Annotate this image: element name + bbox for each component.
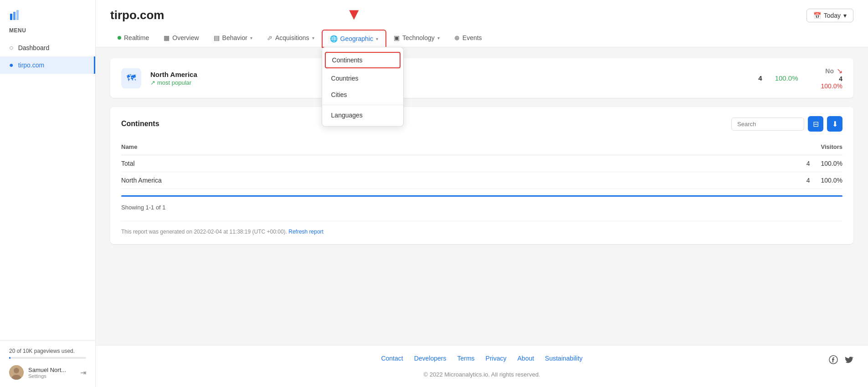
filter-button[interactable]: ⊟ [808,116,823,132]
main: tirpo.com 📅 Today ▾ Realtime ▦ Overview … [96,0,868,387]
report-header: Continents ⊟ ⬇ [121,116,842,132]
footer: Contact Developers Terms Privacy About S… [96,345,868,387]
date-button[interactable]: 📅 Today ▾ [806,9,853,22]
svg-rect-1 [13,12,15,20]
pageviews-label: 20 of 10K pageviews used. [9,348,86,354]
acquisitions-icon: ⬀ [267,34,272,41]
sidebar-nav: ○ Dashboard ● tirpo.com [0,39,95,340]
sidebar-item-label-dashboard: Dashboard [18,44,50,51]
user-row[interactable]: Samuel Nort... Settings ⇥ [9,365,86,380]
technology-icon: ▣ [394,34,400,41]
red-arrow-indicator: ▼ [346,6,362,22]
behavior-icon: ▤ [214,34,220,41]
total-values: 4 100.0% [502,155,842,172]
dropdown-divider [322,105,403,105]
table-row: North America 4 100.0% [121,172,842,189]
tab-acquisitions-label: Acquisitions [275,34,309,41]
nav-tabs: Realtime ▦ Overview ▤ Behavior ▾ ⬀ Acqui… [110,30,853,47]
dropdown-item-cities[interactable]: Cities [322,87,403,103]
row-values: 4 100.0% [502,172,842,189]
col-name: Name [121,139,502,155]
tab-realtime[interactable]: Realtime [110,30,156,47]
footer-link-developers[interactable]: Developers [414,355,447,362]
logo-icon [9,8,22,21]
copyright: © 2022 Microanalytics.io. All rights res… [110,371,853,378]
avatar-image [9,365,24,380]
total-label: Total [121,155,502,172]
sidebar-item-dashboard[interactable]: ○ Dashboard [0,39,95,56]
trending-icon: ↗ [150,79,155,86]
col-visitors: Visitors [502,139,842,155]
search-input[interactable] [731,117,804,131]
progress-bar [121,195,842,197]
row-percent: 100.0% [821,177,842,184]
footer-links: Contact Developers Terms Privacy About S… [381,355,582,362]
tab-technology[interactable]: ▣ Technology ▾ [386,30,447,47]
continents-label: Continents [332,56,363,64]
geographic-globe-icon: 🌐 [330,35,338,42]
logout-icon[interactable]: ⇥ [80,368,86,377]
acquisitions-chevron-icon: ▾ [312,36,314,41]
right-percent: 100.0% [821,82,842,90]
tab-technology-label: Technology [402,34,435,41]
report-title: Continents [121,120,159,128]
report-tools: ⊟ ⬇ [731,116,842,132]
summary-count: 4 [758,74,762,82]
summary-badge: ↗ most popular [150,79,749,86]
date-label: Today [824,12,841,19]
footer-link-sustainability[interactable]: Sustainability [545,355,583,362]
summary-percent: 100.0% [775,74,798,82]
report-note: This report was generated on 2022-02-04 … [121,221,842,235]
tab-events-label: Events [462,34,482,41]
dropdown-item-continents[interactable]: Continents [325,52,401,68]
summary-name: North America [150,71,749,78]
footer-bottom: Contact Developers Terms Privacy About S… [110,355,853,367]
geographic-dropdown: Continents Countries Cities Languages [322,47,404,127]
geographic-chevron-icon: ▾ [376,36,378,41]
summary-right: No ↘ 4 100.0% [821,66,842,90]
bar-cell [121,189,842,197]
calendar-icon: 📅 [813,12,821,19]
menu-label: MENU [0,25,95,39]
sidebar-item-tirpo[interactable]: ● tirpo.com [0,56,95,74]
footer-link-contact[interactable]: Contact [381,355,403,362]
refresh-link[interactable]: Refresh report [288,229,324,235]
user-name: Samuel Nort... [28,367,76,373]
tab-overview[interactable]: ▦ Overview [156,30,206,47]
footer-link-terms[interactable]: Terms [457,355,474,362]
twitter-svg [844,355,853,364]
bar-row [121,189,842,197]
date-chevron-icon: ▾ [843,12,847,19]
summary-icon: 🗺 [121,68,141,88]
download-button[interactable]: ⬇ [827,116,842,132]
tab-acquisitions[interactable]: ⬀ Acquisitions ▾ [260,30,322,47]
dropdown-item-languages[interactable]: Languages [322,107,403,123]
header-top: tirpo.com 📅 Today ▾ [110,8,853,22]
table-head: Name Visitors [121,139,842,155]
svg-point-4 [14,368,19,373]
footer-social [829,355,853,367]
sidebar-item-label-tirpo: tirpo.com [18,61,45,69]
tab-events[interactable]: ⊕ Events [447,30,489,47]
tab-realtime-label: Realtime [124,34,149,41]
tab-geographic[interactable]: 🌐 Geographic ▾ [322,30,386,48]
pageviews-bar-fill [9,357,10,359]
table-header-row: Name Visitors [121,139,842,155]
total-values-inner: 4 100.0% [502,160,842,167]
facebook-icon[interactable] [829,355,838,367]
tab-behavior[interactable]: ▤ Behavior ▾ [206,30,260,47]
tab-behavior-label: Behavior [222,34,247,41]
svg-rect-0 [10,14,12,20]
twitter-icon[interactable] [844,355,853,367]
tab-overview-label: Overview [172,34,199,41]
cities-label: Cities [331,91,347,98]
report-note-text: This report was generated on 2022-02-04 … [121,229,287,235]
sidebar-logo [0,0,95,25]
events-icon: ⊕ [454,34,460,41]
user-info: Samuel Nort... Settings [28,367,76,379]
showing-text: Showing 1-1 of 1 [121,204,842,213]
footer-link-about[interactable]: About [518,355,534,362]
tab-geographic-label: Geographic [340,35,373,42]
footer-link-privacy[interactable]: Privacy [486,355,507,362]
dropdown-item-countries[interactable]: Countries [322,70,403,87]
